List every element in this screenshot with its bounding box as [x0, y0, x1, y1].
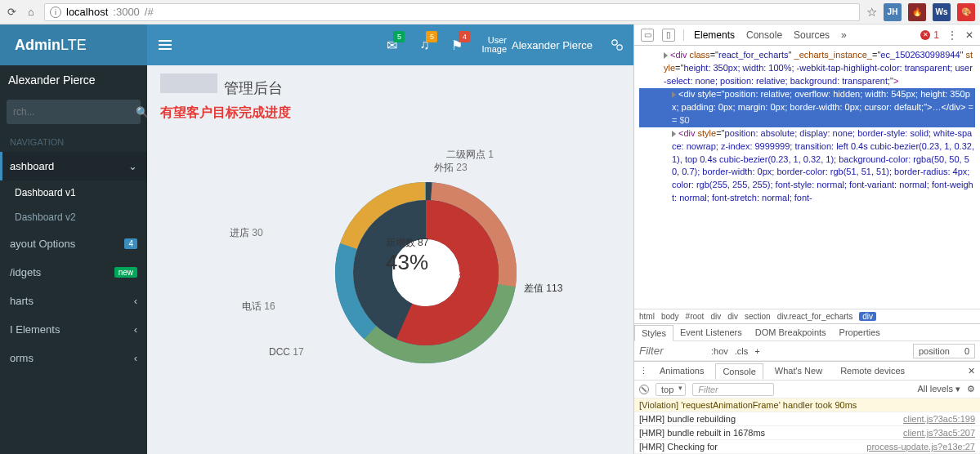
tab-remote-devices[interactable]: Remote devices [834, 363, 911, 378]
chart-label: DCC 17 [269, 346, 304, 358]
user-menu[interactable]: UserImage Alexander Pierce [473, 36, 601, 54]
extension-icon[interactable]: 🔥 [908, 3, 926, 21]
drawer-close-icon[interactable]: ✕ [968, 366, 975, 376]
chart-inner-label: 缺口 113 [422, 269, 460, 283]
url-host: localhost [66, 6, 108, 18]
error-count[interactable]: ✕1 [920, 29, 939, 41]
console-settings-icon[interactable]: ⚙ [967, 384, 975, 394]
user-name: Alexander Pierce [512, 39, 593, 51]
tab-elements[interactable]: Elements [692, 26, 736, 44]
extension-icon[interactable]: JH [884, 3, 902, 21]
tab-sources[interactable]: Sources [792, 26, 831, 44]
cls-toggle[interactable]: .cls [735, 346, 749, 356]
tab-dom-breakpoints[interactable]: DOM Breakpoints [749, 325, 833, 340]
bookmark-icon[interactable]: ☆ [866, 5, 877, 20]
nav-header: NAVIGATION [0, 129, 147, 152]
tab-whats-new[interactable]: What's New [768, 363, 829, 378]
search-input[interactable] [13, 106, 136, 118]
svg-point-0 [612, 40, 617, 45]
sidebar-search[interactable]: 🔍 [7, 100, 141, 124]
menu-toggle-icon[interactable] [147, 24, 183, 65]
tab-animations[interactable]: Animations [653, 363, 710, 378]
page-title: 管理后台 [160, 73, 620, 98]
drawer-kebab-icon[interactable]: ⋮ [639, 366, 648, 376]
clear-console-icon[interactable] [639, 385, 649, 394]
drawer-tabs: ⋮ Animations Console What's New Remote d… [634, 361, 980, 381]
tab-console[interactable]: Console [745, 26, 784, 44]
chart-label: 进店 30 [230, 226, 263, 240]
mail-icon[interactable]: ✉5 [375, 24, 408, 65]
sidebar-sub-dashboard-v2[interactable]: Dashboard v2 [0, 205, 147, 229]
sidebar-item-ui-elements[interactable]: I Elements‹ [0, 315, 147, 344]
sidebar-item-charts[interactable]: harts‹ [0, 287, 147, 315]
home-icon[interactable]: ⌂ [25, 6, 38, 19]
header-image-placeholder [160, 73, 217, 93]
log-levels-select[interactable]: All levels ▾ [918, 384, 960, 394]
svg-point-1 [617, 45, 622, 50]
breadcrumb[interactable]: htmlbody#rootdivdivsectiondiv.react_for_… [634, 309, 980, 323]
hov-toggle[interactable]: :hov [711, 346, 728, 356]
chevron-left-icon: ‹ [134, 295, 137, 307]
chart-label: 二级网点 1 [446, 148, 494, 162]
tab-properties[interactable]: Properties [833, 325, 887, 340]
kebab-icon[interactable]: ⋮ [947, 29, 957, 41]
app-window: AdminLTE ✉5 ♫5 ⚑4 UserImage Alexander Pi… [0, 24, 633, 454]
sidebar-sub-dashboard-v1[interactable]: Dashboard v1 [0, 180, 147, 205]
console-filter-input[interactable]: Filter [692, 383, 774, 396]
close-icon[interactable]: ✕ [965, 29, 973, 41]
gears-icon[interactable] [601, 24, 633, 65]
bell-icon[interactable]: ♫5 [408, 24, 441, 65]
console-output[interactable]: [Violation] 'requestAnimationFrame' hand… [634, 398, 980, 454]
brand[interactable]: AdminLTE [0, 24, 147, 65]
styles-filter-row: :hov .cls + position0 [634, 341, 980, 361]
sidebar-item-layout[interactable]: ayout Options4 [0, 229, 147, 258]
browser-toolbar: ⟳ ⌂ i localhost:3000/# ☆ JH 🔥 Ws 🎨 [0, 0, 980, 24]
add-rule-button[interactable]: + [754, 346, 759, 356]
tab-drawer-console[interactable]: Console [715, 363, 763, 380]
device-icon[interactable]: ▯ [662, 29, 675, 42]
chart-gap-label: 差值 113 [524, 282, 562, 296]
content-area: 管理后台 有望客户目标完成进度 [147, 65, 633, 454]
sidebar-item-widgets[interactable]: /idgetsnew [0, 258, 147, 287]
chevron-left-icon: ‹ [134, 352, 137, 364]
chart-label: 电话 16 [242, 300, 275, 314]
flag-icon[interactable]: ⚑4 [441, 24, 473, 65]
sidebar: Alexander Pierce 🔍 NAVIGATION ashboard⌄ … [0, 65, 147, 454]
sidebar-item-forms[interactable]: orms‹ [0, 344, 147, 372]
tab-styles[interactable]: Styles [634, 325, 673, 341]
extension-icon[interactable]: 🎨 [957, 3, 975, 21]
sidebar-user: Alexander Pierce [0, 65, 147, 95]
address-bar[interactable]: i localhost:3000/# [44, 3, 860, 21]
site-info-icon[interactable]: i [50, 7, 61, 18]
reload-icon[interactable]: ⟳ [5, 6, 18, 19]
styles-filter-input[interactable] [639, 345, 705, 357]
search-icon[interactable]: 🔍 [136, 106, 147, 118]
tab-more[interactable]: » [839, 26, 848, 44]
chart-label: 外拓 23 [434, 161, 468, 175]
dom-tree[interactable]: <div class="react_for_echarts" _echarts_… [634, 46, 980, 309]
chevron-left-icon: ‹ [134, 323, 137, 336]
console-toolbar: top Filter All levels ▾ ⚙ [634, 381, 980, 398]
devtools-panel: ▭ ▯ Elements Console Sources » ✕1 ⋮ ✕ <d… [633, 24, 980, 454]
tab-event-listeners[interactable]: Event Listeners [673, 325, 749, 340]
app-topbar: AdminLTE ✉5 ♫5 ⚑4 UserImage Alexander Pi… [0, 24, 633, 65]
inspect-icon[interactable]: ▭ [641, 29, 654, 42]
extension-icon[interactable]: Ws [933, 3, 951, 21]
chart-title: 有望客户目标完成进度 [160, 105, 620, 122]
chart-container: 新增数 87 43% 二级网点 1 外拓 23 进店 30 电话 16 DCC … [160, 122, 606, 407]
sidebar-item-dashboard[interactable]: ashboard⌄ [0, 152, 147, 180]
devtools-tabs: ▭ ▯ Elements Console Sources » ✕1 ⋮ ✕ [634, 24, 980, 46]
console-context-select[interactable]: top [656, 383, 686, 396]
styles-tabs: Styles Event Listeners DOM Breakpoints P… [634, 323, 980, 341]
box-model: position0 [913, 344, 975, 358]
chevron-down-icon: ⌄ [128, 160, 137, 172]
